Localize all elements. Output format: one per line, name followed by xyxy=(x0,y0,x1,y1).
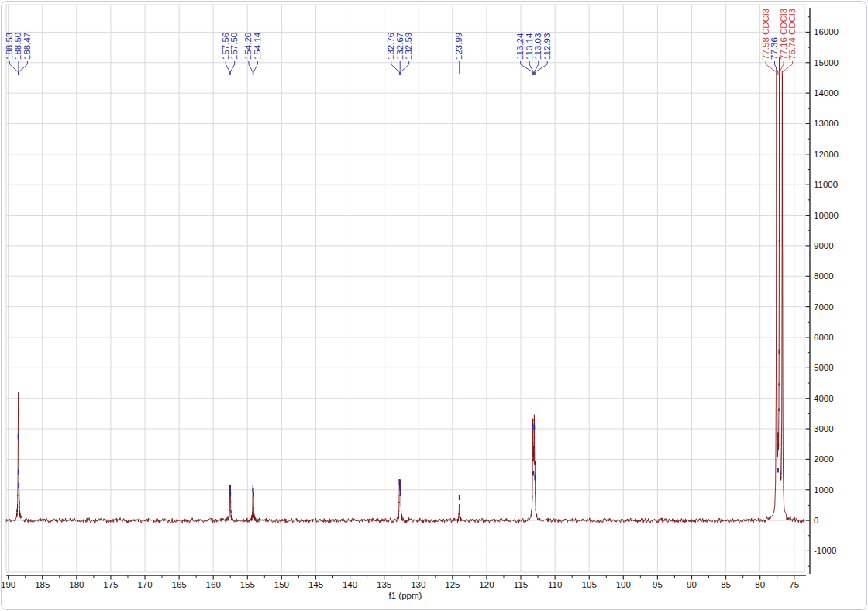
x-axis-tick-label: 190 xyxy=(1,580,16,589)
peak-label[interactable]: 188.50 xyxy=(13,33,22,60)
peak-label[interactable]: 154.14 xyxy=(253,32,262,60)
y-axis-tick-label: 7000 xyxy=(814,302,834,312)
x-axis-tick-label: 180 xyxy=(69,580,84,589)
y-axis-tick-label: 1000 xyxy=(814,485,834,495)
x-axis-tick-label: 135 xyxy=(377,580,391,589)
x-axis-tick-label: 125 xyxy=(445,580,460,589)
peak-label[interactable]: 132.76 xyxy=(386,33,395,60)
x-axis-tick-label: 75 xyxy=(789,580,799,589)
peak-label-connector xyxy=(391,61,400,75)
peak-label[interactable]: 77.16 CDCl3 xyxy=(779,9,788,60)
peak-label[interactable]: 132.59 xyxy=(404,33,413,60)
y-axis-tick-label: -1000 xyxy=(814,546,836,555)
peak-label-connector xyxy=(249,61,253,75)
peak-label[interactable]: 188.53 xyxy=(5,33,14,60)
x-axis-tick-label: 140 xyxy=(343,580,357,589)
peak-label[interactable]: 123.99 xyxy=(454,33,463,60)
peak-label[interactable]: 113.24 xyxy=(515,33,525,60)
peak-label-connector xyxy=(521,61,533,75)
y-axis-tick-label: 6000 xyxy=(814,333,834,342)
spectrum-trace xyxy=(6,57,804,523)
x-axis-tick-label: 120 xyxy=(479,580,494,589)
peak-label[interactable]: 188.47 xyxy=(22,33,32,60)
peak-label-connector xyxy=(230,61,235,75)
x-axis-tick-label: 165 xyxy=(172,580,187,589)
x-axis-tick-label: 150 xyxy=(274,580,289,589)
y-axis-tick-label: 10000 xyxy=(814,211,839,220)
x-axis-tick-label: 95 xyxy=(653,580,663,589)
y-axis-tick-label: 14000 xyxy=(814,88,839,98)
y-axis-tick-label: 11000 xyxy=(814,180,838,189)
peak-label[interactable]: 77.58 CDCl3 xyxy=(761,9,770,60)
peak-label[interactable]: 132.67 xyxy=(395,33,405,60)
peak-label-connector xyxy=(401,61,409,75)
x-axis-tick-label: 85 xyxy=(721,580,731,589)
x-axis-tick-label: 130 xyxy=(411,580,425,589)
spectrum-plot[interactable]: 1901851801751701651601551501451401351301… xyxy=(0,0,868,611)
x-axis-tick-label: 185 xyxy=(35,580,50,589)
x-axis-tick-label: 90 xyxy=(687,580,697,589)
x-axis-tick-label: 160 xyxy=(206,580,221,589)
y-axis-tick-label: 12000 xyxy=(814,150,839,159)
peak-label-connector xyxy=(9,61,18,75)
x-axis-tick-label: 155 xyxy=(240,580,255,589)
x-axis-tick-label: 170 xyxy=(137,580,152,589)
peak-label-connector xyxy=(780,61,784,75)
x-axis-tick-label: 100 xyxy=(616,580,631,589)
x-axis-tick-label: 175 xyxy=(103,580,118,589)
plot-border xyxy=(6,5,804,572)
peak-label-connector xyxy=(19,61,27,75)
peak-label[interactable]: 154.20 xyxy=(243,33,253,60)
x-axis-tick-label: 145 xyxy=(308,580,323,589)
y-axis-tick-label: 3000 xyxy=(814,424,834,433)
x-axis-tick-label: 110 xyxy=(548,580,562,589)
y-axis-tick-label: 5000 xyxy=(814,363,834,372)
y-axis-tick-label: 9000 xyxy=(814,241,834,250)
y-axis-tick-label: 0 xyxy=(814,516,818,525)
x-axis-title: f1 (ppm) xyxy=(389,591,422,600)
y-axis-tick-label: 4000 xyxy=(814,394,834,403)
peak-label[interactable]: 157.50 xyxy=(229,33,239,60)
peak-label[interactable]: 76.74 CDCl3 xyxy=(787,9,797,60)
peak-label-connector xyxy=(226,61,230,75)
peak-label-connector xyxy=(535,61,547,75)
y-axis-tick-label: 13000 xyxy=(814,119,839,128)
peak-label[interactable]: 77.36 xyxy=(770,37,779,60)
x-axis-tick-label: 115 xyxy=(514,580,528,589)
peak-label[interactable]: 112.93 xyxy=(542,33,552,60)
peak-label-connector xyxy=(253,61,258,75)
x-axis-tick-label: 80 xyxy=(755,580,765,589)
peak-label[interactable]: 113.03 xyxy=(533,33,542,60)
peak-label[interactable]: 157.56 xyxy=(221,33,230,60)
x-axis-tick-label: 105 xyxy=(582,580,597,589)
peak-label[interactable]: 113.14 xyxy=(525,33,534,60)
y-axis-tick-label: 15000 xyxy=(814,58,839,67)
y-axis-tick-label: 8000 xyxy=(814,271,834,281)
nmr-spectrum-canvas[interactable]: 1901851801751701651601551501451401351301… xyxy=(0,0,868,611)
y-axis-tick-label: 16000 xyxy=(814,27,839,36)
y-axis-tick-label: 2000 xyxy=(814,454,834,464)
